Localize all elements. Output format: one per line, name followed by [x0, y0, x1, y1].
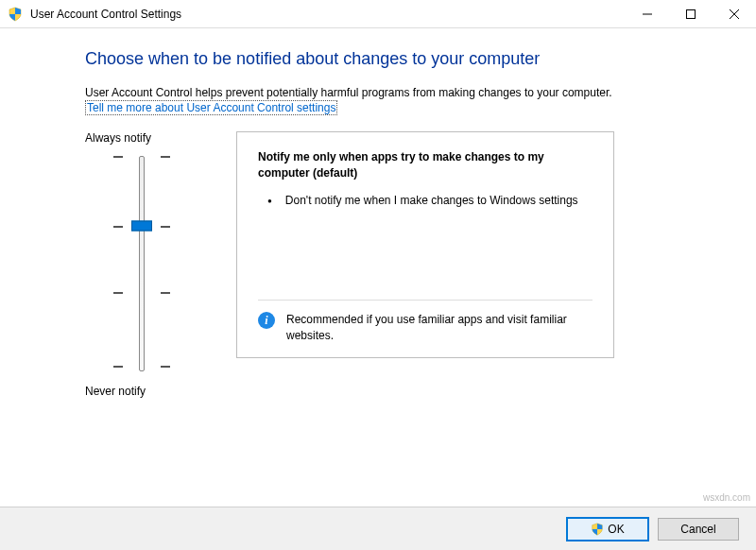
dialog-button-bar: OK Cancel — [0, 507, 756, 550]
info-icon: i — [258, 312, 275, 329]
page-description: User Account Control helps prevent poten… — [85, 86, 690, 99]
level-recommendation-text: Recommended if you use familiar apps and… — [286, 312, 593, 344]
level-bullet-text: Don't notify me when I make changes to W… — [285, 193, 578, 210]
slider-tick — [113, 292, 170, 294]
svg-rect-1 — [687, 9, 696, 18]
slider-area: Always notify Never notify Notify me onl… — [85, 131, 690, 415]
bullet-icon: ● — [267, 193, 272, 210]
window-title: User Account Control Settings — [30, 8, 626, 21]
notification-slider[interactable] — [113, 150, 170, 377]
close-button[interactable] — [713, 0, 756, 27]
slider-track — [139, 156, 145, 371]
content-area: Choose when to be notified about changes… — [0, 28, 756, 415]
cancel-button[interactable]: Cancel — [658, 518, 739, 541]
slider-column: Always notify Never notify — [85, 131, 198, 415]
window-controls — [626, 0, 756, 27]
page-heading: Choose when to be notified about changes… — [85, 49, 690, 69]
ok-button-label: OK — [608, 523, 624, 536]
uac-shield-icon — [591, 523, 604, 536]
minimize-button[interactable] — [626, 0, 669, 27]
slider-tick — [113, 366, 170, 368]
learn-more-link[interactable]: Tell me more about User Account Control … — [85, 100, 337, 115]
ok-button[interactable]: OK — [567, 518, 648, 541]
maximize-button[interactable] — [669, 0, 713, 27]
level-heading: Notify me only when apps try to make cha… — [258, 149, 593, 181]
cancel-button-label: Cancel — [680, 523, 715, 536]
watermark: wsxdn.com — [703, 492, 750, 503]
slider-tick — [113, 156, 170, 158]
slider-max-label: Always notify — [85, 131, 198, 145]
slider-min-label: Never notify — [85, 385, 198, 398]
level-bullet: ● Don't notify me when I make changes to… — [258, 193, 593, 210]
level-recommendation: i Recommended if you use familiar apps a… — [258, 300, 593, 344]
slider-thumb[interactable] — [131, 221, 152, 232]
uac-shield-icon — [8, 7, 23, 22]
level-description-panel: Notify me only when apps try to make cha… — [236, 131, 614, 358]
titlebar: User Account Control Settings — [0, 0, 756, 28]
